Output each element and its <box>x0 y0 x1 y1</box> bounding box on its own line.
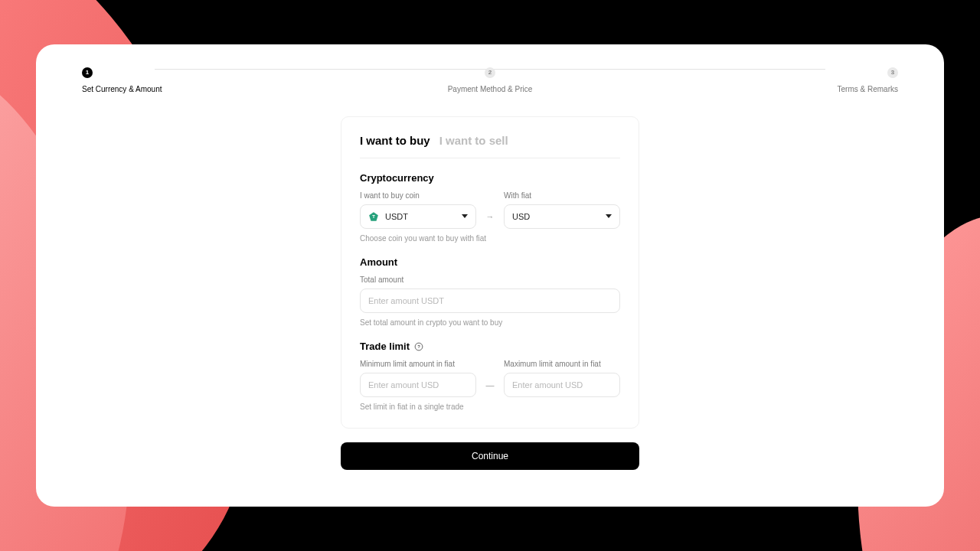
max-limit-wrap <box>504 373 620 397</box>
amount-label: Total amount <box>360 276 620 284</box>
step-1-label: Set Currency & Amount <box>82 85 204 93</box>
tab-buy[interactable]: I want to buy <box>360 134 430 147</box>
step-1-bubble: 1 <box>82 67 93 78</box>
form-panel: I want to buy I want to sell Cryptocurre… <box>341 116 639 429</box>
chevron-down-icon <box>606 214 612 218</box>
tab-sell[interactable]: I want to sell <box>439 134 508 147</box>
step-3-label: Terms & Remarks <box>776 85 898 93</box>
step-2-label: Payment Method & Price <box>204 85 776 93</box>
usdt-icon: T <box>368 211 379 222</box>
limit-helper: Set limit in fiat in a single trade <box>360 403 620 411</box>
chevron-down-icon <box>462 214 468 218</box>
step-2: 2 Payment Method & Price <box>204 64 776 93</box>
arrow-right-icon: → <box>484 204 496 229</box>
amount-input-wrap <box>360 289 620 313</box>
fiat-select-value: USD <box>512 212 530 221</box>
coin-select-value: USDT <box>385 212 408 221</box>
svg-text:T: T <box>372 214 375 219</box>
min-limit-input[interactable] <box>368 380 468 390</box>
amount-input[interactable] <box>368 296 612 305</box>
help-icon[interactable]: ? <box>414 342 423 351</box>
limit-section-title: Trade limit ? <box>360 341 620 352</box>
fiat-select[interactable]: USD <box>504 204 620 229</box>
max-limit-label: Maximum limit amount in fiat <box>504 360 620 368</box>
crypto-section-title: Cryptocurrency <box>360 172 620 184</box>
svg-text:?: ? <box>417 344 420 349</box>
step-1: 1 Set Currency & Amount <box>82 64 204 93</box>
range-dash-icon: — <box>484 373 496 397</box>
crypto-helper: Choose coin you want to buy with fiat <box>360 234 620 243</box>
step-3: 3 Terms & Remarks <box>776 64 898 93</box>
coin-select[interactable]: T USDT <box>360 204 476 229</box>
amount-helper: Set total amount in crypto you want to b… <box>360 318 620 327</box>
coin-select-label: I want to buy coin <box>360 191 476 200</box>
min-limit-label: Minimum limit amount in fiat <box>360 360 476 368</box>
max-limit-input[interactable] <box>512 380 612 390</box>
continue-button[interactable]: Continue <box>341 442 639 470</box>
fiat-select-label: With fiat <box>504 191 620 200</box>
min-limit-wrap <box>360 373 476 397</box>
app-card: 1 Set Currency & Amount 2 Payment Method… <box>36 44 944 507</box>
buy-sell-tabs: I want to buy I want to sell <box>360 134 620 158</box>
step-2-bubble: 2 <box>485 67 495 78</box>
step-3-bubble: 3 <box>887 67 898 78</box>
amount-section-title: Amount <box>360 256 620 268</box>
